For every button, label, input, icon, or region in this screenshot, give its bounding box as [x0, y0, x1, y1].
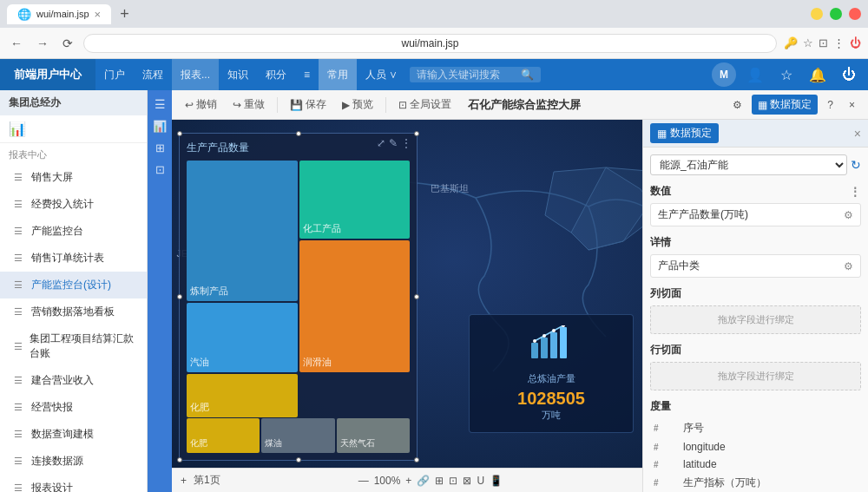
sel-handle-tc[interactable] — [296, 131, 301, 136]
tab-close-button[interactable]: × — [95, 8, 102, 21]
mobile-icon[interactable]: 📱 — [490, 475, 503, 487]
sidebar-item-report-fast[interactable]: ☰ 经营快报 — [0, 394, 147, 421]
topnav-avatar[interactable]: M — [712, 62, 736, 87]
sidebar-item-capacity-design[interactable]: ☰ 产能监控台(设计) — [0, 272, 147, 298]
sel-handle-tl[interactable] — [177, 131, 182, 136]
toolbar: ↩ 撤销 ↪ 重做 💾 保存 ▶ 预览 ⊡ — [172, 90, 868, 120]
rpanel-dim-item-3[interactable]: # 生产指标（万吨） — [650, 473, 861, 492]
rpanel-detail-field-1[interactable]: 产品中类 ⚙ — [650, 254, 861, 278]
panel-close-button[interactable]: × — [843, 96, 861, 114]
rpanel-dim-item-0[interactable]: # 序号 — [650, 418, 861, 438]
address-bar[interactable]: wui/main.jsp — [83, 34, 777, 53]
topnav-item-portal[interactable]: 门户 — [95, 59, 134, 90]
zoom-in-button[interactable]: + — [405, 475, 411, 487]
topnav-people-menu[interactable]: 人员 ∨ — [357, 59, 406, 90]
rpanel-value-field-1[interactable]: 生产产品数量(万吨) ⚙ — [650, 203, 861, 226]
treemap-cell-kerosene[interactable]: 煤油 — [261, 418, 334, 453]
link-icon[interactable]: 🔗 — [417, 475, 430, 487]
treemap-widget[interactable]: ⤢ ✎ ⋮ 生产产品数量 炼制产品 — [179, 133, 418, 461]
sel-handle-tr[interactable] — [414, 131, 419, 136]
treemap-cell-diesel-bottom[interactable]: 化肥 — [187, 418, 260, 453]
sidebar-item-sales-screen[interactable]: ☰ 销售大屏 — [0, 164, 147, 191]
topnav-item-flow[interactable]: 流程 — [134, 59, 172, 90]
sidebar-item-marketing[interactable]: ☰ 营销数据落地看板 — [0, 298, 147, 325]
maximize-button[interactable] — [830, 8, 842, 20]
widget-edit-icon[interactable]: ✎ — [389, 137, 398, 149]
key-icon: 🔑 — [784, 36, 798, 49]
sel-handle-ml[interactable] — [177, 294, 182, 299]
treemap-cell-chemical[interactable]: 化工产品 — [299, 161, 411, 239]
back-button[interactable]: ← — [7, 35, 26, 52]
topnav-item-common[interactable]: 常用 — [319, 59, 357, 90]
widget-more-icon[interactable]: ⋮ — [401, 137, 411, 149]
rpanel-dataset-select[interactable]: 能源_石油产能 — [650, 154, 847, 175]
minimize-button[interactable] — [811, 8, 823, 20]
treemap-cell-refinery[interactable]: 炼制产品 — [187, 161, 298, 301]
sidebar-item-report-design[interactable]: ☰ 报表设计 — [0, 475, 147, 492]
topnav-power-icon[interactable]: ⏻ — [837, 62, 861, 87]
sidebar-item-revenue[interactable]: ☰ 建合营业收入 — [0, 367, 147, 394]
strip-grid-icon[interactable]: ⊞ — [155, 141, 165, 154]
sel-handle-br[interactable] — [414, 457, 419, 462]
rpanel-field-gear-2[interactable]: ⚙ — [844, 260, 853, 272]
fullscreen-button[interactable]: ⊡ 全局设置 — [392, 95, 457, 115]
rpanel-values-more[interactable]: ⋮ — [849, 185, 861, 199]
topnav-item-report[interactable]: 报表... — [172, 59, 219, 90]
sidebar-item-engineering[interactable]: ☰ 集团工程项目结算汇款台账 — [0, 325, 147, 367]
sidebar-item-data-query[interactable]: ☰ 数据查询建模 — [0, 421, 147, 448]
data-panel-button[interactable]: ▦ 数据预定 — [752, 95, 818, 115]
hash-badge-0: # — [654, 423, 678, 433]
save-button[interactable]: 💾 保存 — [284, 95, 332, 115]
menu-icon[interactable]: ⋮ — [833, 36, 845, 49]
grid-icon[interactable]: ⊞ — [435, 475, 444, 487]
topnav-item-points[interactable]: 积分 — [257, 59, 295, 90]
rpanel-tab-data[interactable]: ▦ 数据预定 — [650, 123, 719, 143]
rpanel-field-gear-1[interactable]: ⚙ — [844, 209, 853, 221]
crop-icon[interactable]: ⊠ — [463, 475, 471, 487]
rpanel-close-button[interactable]: × — [854, 127, 861, 141]
widget-expand-icon[interactable]: ⤢ — [377, 137, 385, 149]
bar-chart-svg — [529, 325, 573, 360]
redo-button[interactable]: ↪ 重做 — [227, 95, 271, 115]
topnav-user-icon[interactable]: 👤 — [743, 62, 767, 87]
strip-menu-icon[interactable]: ☰ — [155, 97, 166, 111]
topnav-item-menu[interactable]: ≡ — [295, 59, 319, 90]
undo-button[interactable]: ↩ 撤销 — [179, 95, 223, 115]
treemap-cell-diesel[interactable]: 化肥 — [187, 374, 298, 417]
new-tab-button[interactable]: + — [120, 5, 129, 23]
topnav-item-knowledge[interactable]: 知识 — [219, 59, 257, 90]
strip-chart-icon[interactable]: 📊 — [153, 120, 167, 133]
rpanel-refresh-button[interactable]: ↻ — [851, 158, 861, 172]
sel-handle-bl[interactable] — [177, 457, 182, 462]
add-page-button[interactable]: + — [181, 475, 187, 487]
refresh-button[interactable]: ⟳ — [59, 35, 76, 52]
treemap-cell-natgas[interactable]: 天然气石 — [337, 418, 410, 453]
topnav-notify-icon[interactable]: 🔔 — [806, 62, 830, 87]
rpanel-dim-item-2[interactable]: # latitude — [650, 456, 861, 473]
strip-filter-icon[interactable]: ⊡ — [155, 163, 165, 176]
sidebar-item-budget[interactable]: ☰ 经费投入统计 — [0, 191, 147, 218]
topnav-star-icon[interactable]: ☆ — [774, 62, 799, 87]
sidebar-item-datasource[interactable]: ☰ 连接数据源 — [0, 448, 147, 475]
oil-widget[interactable]: 总炼油产量 1028505 万吨 — [469, 314, 634, 433]
sidebar-item-orders[interactable]: ☰ 销售订单统计表 — [0, 245, 147, 272]
sidebar-item-capacity[interactable]: ☰ 产能监控台 — [0, 218, 147, 245]
sel-handle-bc[interactable] — [296, 457, 301, 462]
close-button[interactable] — [849, 8, 861, 20]
treemap-cell-lubricant[interactable]: 润滑油 — [299, 240, 411, 372]
sel-handle-mr[interactable] — [414, 294, 419, 299]
layout-icon[interactable]: ⊡ — [449, 475, 457, 487]
help-button[interactable]: ? — [821, 96, 839, 114]
topnav-search-box[interactable]: 🔍 — [410, 67, 541, 82]
canvas-content[interactable]: 巴基斯坦 JE RAD — [172, 120, 642, 468]
underline-icon[interactable]: U — [477, 475, 484, 487]
treemap-cell-gasoline[interactable]: 汽油 — [187, 303, 298, 372]
zoom-out-button[interactable]: — — [358, 475, 369, 487]
star-icon[interactable]: ☆ — [803, 36, 813, 49]
rpanel-dim-item-1[interactable]: # longitude — [650, 438, 861, 456]
forward-button[interactable]: → — [33, 35, 52, 52]
preview-button[interactable]: ▶ 预览 — [336, 95, 379, 115]
search-input[interactable] — [417, 69, 521, 81]
settings-button[interactable]: ⚙ — [727, 96, 748, 114]
browser-tab[interactable]: 🌐 wui/main.jsp × — [7, 4, 111, 24]
